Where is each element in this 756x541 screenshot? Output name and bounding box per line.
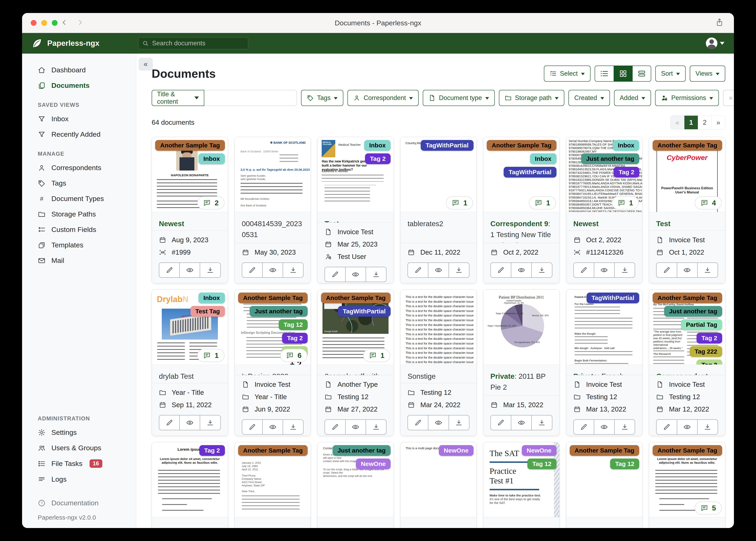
download-document-button[interactable] — [200, 415, 220, 430]
tag-badge[interactable]: Tag 2 — [365, 153, 391, 164]
view-document-button[interactable] — [677, 263, 697, 277]
document-card[interactable]: Boundary Waters TripGoogle EarthAnother … — [317, 289, 394, 436]
document-card[interactable]: one,1.0 five,5.0Another Sample TagInboxT… — [483, 137, 560, 283]
document-title[interactable] — [649, 517, 725, 528]
document-card[interactable]: Test Name12-06-1990January 2, 2022July 1… — [235, 442, 311, 528]
document-card[interactable]: AdobInDesign Scripting DocumentationAnot… — [235, 289, 311, 436]
brand[interactable]: Paperless-ngx — [32, 38, 99, 49]
document-card[interactable]: Contact Sheet DemoGiven a set of image f… — [317, 442, 394, 528]
sidebar-item-templates[interactable]: Templates — [22, 237, 136, 253]
view-document-button[interactable] — [345, 420, 366, 434]
tag-badge[interactable]: NewOne — [439, 445, 474, 456]
list-view-button[interactable] — [595, 66, 614, 81]
comments-badge[interactable]: 1 — [446, 196, 473, 210]
document-thumbnail[interactable]: Francja pod rzNAPOLEON BONAPARTEAnother … — [152, 137, 228, 212]
view-document-button[interactable] — [511, 263, 531, 277]
document-card[interactable]: Francja pod rzNAPOLEON BONAPARTEAnother … — [152, 137, 228, 283]
document-thumbnail[interactable]: Test Name12-06-1990January 2, 2022July 1… — [235, 442, 311, 517]
download-document-button[interactable] — [531, 415, 552, 430]
sidebar-item-document-types[interactable]: #Document Types — [22, 191, 136, 207]
view-document-button[interactable] — [345, 267, 366, 281]
document-card[interactable]: DrylabNNETFLIXInboxTest Tag1drylab TestY… — [152, 289, 228, 436]
document-card[interactable]: ✻ BANK OF SCOTLANDBank of Scotland · 105… — [235, 137, 311, 283]
document-card[interactable]: The SATPracticeTest #1Make time to take … — [483, 442, 560, 528]
document-title[interactable] — [566, 517, 642, 528]
sidebar-item-tags[interactable]: Tags — [22, 176, 136, 191]
card-correspondent[interactable]: Newest Correspondent — [159, 220, 211, 231]
document-card[interactable]: Patient BP Distribution 2011Normal, 150,… — [483, 289, 560, 436]
sidebar-item-custom-fields[interactable]: Custom Fields — [22, 222, 136, 237]
tag-badge[interactable]: Tag 2 — [697, 333, 722, 343]
share-icon[interactable] — [715, 18, 724, 28]
view-document-button[interactable] — [594, 263, 614, 277]
page-button-1[interactable]: 1 — [684, 116, 698, 129]
document-thumbnail[interactable]: Boundary Waters TripGoogle EarthAnother … — [318, 290, 393, 364]
tag-badge[interactable]: Another Sample Tag — [238, 292, 308, 303]
tag-badge[interactable]: Another Sample Tag — [653, 445, 722, 456]
document-card[interactable]: Lorem ipsumLorem ipsum dolor sit amet, c… — [152, 442, 228, 528]
tag-badge[interactable]: Another Sample Tag — [653, 140, 722, 151]
tag-badge[interactable]: Tag 222 — [690, 346, 722, 357]
document-title[interactable] — [152, 517, 228, 528]
tag-badge[interactable]: Tag 2 — [282, 333, 308, 343]
card-correspondent[interactable]: Test Correspondent 1 — [656, 220, 714, 231]
tag-badge[interactable]: Inbox — [530, 153, 556, 164]
document-title[interactable]: Test Correspondent 1: [paperless] test p… — [318, 212, 393, 223]
tag-badge[interactable]: Just another tag — [664, 306, 722, 317]
download-document-button[interactable] — [614, 263, 635, 277]
tag-badge[interactable]: TagWithPartial — [587, 292, 639, 303]
view-document-button[interactable] — [594, 420, 614, 434]
card-correspondent[interactable]: Test Correspondent 1 — [325, 220, 382, 223]
comments-badge[interactable]: 1 — [363, 349, 390, 362]
document-thumbnail[interactable]: Review ofof Arbitral ACertainty of Award… — [649, 290, 725, 364]
comments-badge[interactable]: 1 — [197, 349, 224, 362]
tag-badge[interactable]: Inbox — [198, 153, 225, 164]
document-thumbnail[interactable]: MEDICAL TEACHERMedical TeacherHas the ne… — [318, 137, 393, 212]
edit-document-button[interactable] — [574, 420, 594, 434]
tag-badge[interactable]: Tag 12 — [279, 319, 308, 330]
edit-document-button[interactable] — [574, 263, 594, 277]
document-title[interactable]: tablerates2 — [400, 212, 476, 243]
document-thumbnail[interactable]: Country,Region/State,"TagWithPartial1 — [400, 137, 476, 212]
tag-badge[interactable]: Tag 12 — [527, 458, 556, 469]
comments-badge[interactable]: 1 — [612, 196, 639, 210]
sidebar-item-correspondents[interactable]: Correspondents — [22, 160, 136, 176]
document-title[interactable] — [483, 517, 559, 528]
tag-badge[interactable]: Inbox — [198, 292, 225, 303]
edit-document-button[interactable] — [491, 263, 511, 277]
view-document-button[interactable] — [179, 415, 200, 430]
download-document-button[interactable] — [531, 263, 552, 277]
download-document-button[interactable] — [449, 415, 469, 430]
filter-document-type-button[interactable]: Document type — [423, 90, 495, 106]
title-content-input[interactable] — [204, 90, 297, 106]
edit-document-button[interactable] — [657, 263, 677, 277]
sidebar-item-documentation[interactable]: ?Documentation — [22, 495, 136, 511]
comments-badge[interactable]: 1 — [529, 196, 556, 210]
tag-badge[interactable]: NewOne — [522, 445, 556, 456]
document-thumbnail[interactable]: This is a testAnother Sample TagTag 12 — [566, 442, 642, 517]
document-thumbnail[interactable]: Lorem ipsumLorem ipsum dolor sit amet, c… — [152, 442, 228, 517]
tag-badge[interactable]: Test Tag — [190, 306, 225, 317]
document-title[interactable] — [318, 517, 393, 528]
document-card[interactable]: This is a testAnother Sample TagTag 12 — [566, 442, 643, 528]
comments-badge[interactable]: 6 — [280, 349, 307, 362]
sidebar-item-storage-paths[interactable]: Storage Paths — [22, 207, 136, 222]
download-document-button[interactable] — [449, 263, 469, 277]
document-thumbnail[interactable]: DrylabNNETFLIXInboxTest Tag1 — [152, 290, 228, 364]
card-correspondent[interactable]: Private — [573, 372, 598, 375]
minimize-window-button[interactable] — [41, 20, 47, 26]
edit-document-button[interactable] — [491, 415, 511, 430]
tag-badge[interactable]: Another Sample Tag — [487, 140, 556, 151]
page-button-«[interactable]: « — [671, 116, 684, 129]
document-card[interactable]: MEDICAL TEACHERMedical TeacherHas the ne… — [317, 137, 394, 283]
document-thumbnail[interactable]: This is a multi page document. Page 1.Ne… — [400, 442, 476, 517]
download-document-button[interactable] — [697, 263, 718, 277]
sidebar-item-settings[interactable]: Settings — [22, 425, 136, 440]
document-title[interactable]: Correspondent 9: 1 Testing New Title Upd… — [483, 212, 559, 243]
document-title[interactable]: Test Correspondent 1: UM_PPBE_en_v29 — [649, 212, 725, 231]
download-document-button[interactable] — [283, 420, 303, 434]
tag-badge[interactable]: Another Sample Tag — [321, 292, 391, 303]
document-card[interactable]: Country,Region/State,"TagWithPartial1tab… — [400, 137, 477, 283]
edit-document-button[interactable] — [159, 415, 179, 430]
card-correspondent[interactable]: Correspondent 14 — [656, 372, 708, 375]
